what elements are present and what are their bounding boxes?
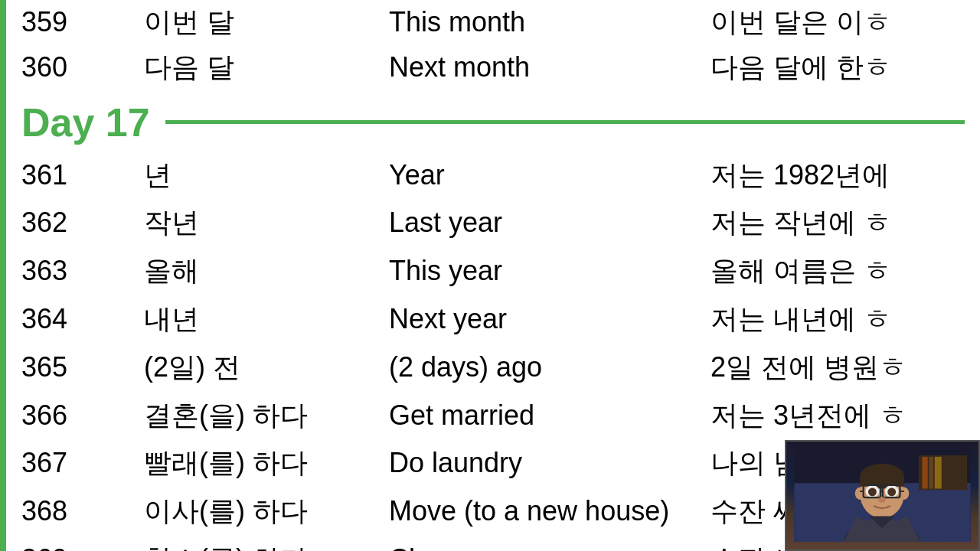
entry-example-365: 2일 전에 병원ㅎ <box>710 350 906 386</box>
svg-rect-5 <box>935 457 942 489</box>
entry-english-367: Do laundry <box>389 445 710 481</box>
entry-example-366: 저는 3년전에 ㅎ <box>710 398 906 434</box>
entry-korean-359: 이번 달 <box>144 5 389 41</box>
entry-korean-362: 작년 <box>144 205 389 241</box>
entry-row-363: 363 올해 This year 올해 여름은 ㅎ <box>21 247 965 295</box>
entry-korean-364: 내년 <box>144 302 389 337</box>
entry-english-369: Clean up <box>389 542 710 551</box>
entry-num-359: 359 <box>21 5 144 41</box>
entry-example-361: 저는 1982년에 <box>710 158 890 194</box>
svg-point-22 <box>879 497 886 502</box>
entry-num-368: 368 <box>21 494 144 530</box>
entry-korean-363: 올해 <box>144 253 389 289</box>
entry-num-360: 360 <box>21 50 144 86</box>
entry-korean-368: 이사(를) 하다 <box>144 494 389 530</box>
page-container: 359 이번 달 This month 이번 달은 이ㅎ 360 다음 달 Ne… <box>0 0 980 551</box>
entry-english-363: This year <box>389 253 710 289</box>
entry-row-364: 364 내년 Next year 저는 내년에 ㅎ <box>21 295 965 344</box>
svg-rect-3 <box>922 457 927 489</box>
entry-row-366: 366 결혼(을) 하다 Get married 저는 3년전에 ㅎ <box>21 392 965 440</box>
video-person <box>786 442 978 549</box>
entry-row-361: 361 년 Year 저는 1982년에 <box>21 152 965 200</box>
entry-korean-369: 청소(를) 하다 <box>144 542 389 551</box>
entry-english-359: This month <box>389 5 710 41</box>
entry-num-362: 362 <box>21 205 144 241</box>
entry-example-364: 저는 내년에 ㅎ <box>710 302 891 337</box>
entry-row-362: 362 작년 Last year 저는 작년에 ㅎ <box>21 199 965 247</box>
content-area: 359 이번 달 This month 이번 달은 이ㅎ 360 다음 달 Ne… <box>6 0 980 551</box>
entry-num-364: 364 <box>21 302 144 337</box>
entry-num-366: 366 <box>21 398 144 434</box>
video-svg <box>785 442 980 542</box>
entry-english-360: Next month <box>389 50 710 86</box>
entry-row-360: 360 다음 달 Next month 다음 달에 한ㅎ <box>21 45 965 90</box>
day17-title: Day 17 <box>21 99 150 145</box>
entry-korean-360: 다음 달 <box>144 50 389 86</box>
entry-row-365: 365 (2일) 전 (2 days) ago 2일 전에 병원ㅎ <box>21 344 965 392</box>
entry-example-360: 다음 달에 한ㅎ <box>710 50 891 86</box>
entry-korean-361: 년 <box>144 158 389 194</box>
entry-num-365: 365 <box>21 350 144 386</box>
entry-korean-367: 빨래(를) 하다 <box>144 445 389 481</box>
entry-english-364: Next year <box>389 302 710 337</box>
top-entries: 359 이번 달 This month 이번 달은 이ㅎ 360 다음 달 Ne… <box>21 0 965 90</box>
entry-english-366: Get married <box>389 398 710 434</box>
entry-num-361: 361 <box>21 158 144 194</box>
entry-example-363: 올해 여름은 ㅎ <box>710 253 891 289</box>
entry-english-368: Move (to a new house) <box>389 494 710 530</box>
video-overlay <box>785 440 980 551</box>
entry-english-365: (2 days) ago <box>389 350 710 386</box>
entry-english-362: Last year <box>389 205 710 241</box>
entry-num-367: 367 <box>21 445 144 481</box>
entry-num-369: 369 <box>21 542 144 551</box>
entry-korean-366: 결혼(을) 하다 <box>144 398 389 434</box>
entry-english-361: Year <box>389 158 710 194</box>
entry-num-363: 363 <box>21 253 144 289</box>
entry-row-359: 359 이번 달 This month 이번 달은 이ㅎ <box>21 0 965 45</box>
day17-line <box>165 120 965 124</box>
left-border <box>0 0 6 551</box>
svg-point-15 <box>868 488 877 497</box>
entry-example-359: 이번 달은 이ㅎ <box>710 5 891 41</box>
svg-point-16 <box>887 488 896 497</box>
day17-header: Day 17 <box>21 99 965 145</box>
entry-korean-365: (2일) 전 <box>144 350 389 386</box>
svg-rect-4 <box>929 457 933 489</box>
entry-example-362: 저는 작년에 ㅎ <box>710 205 891 241</box>
